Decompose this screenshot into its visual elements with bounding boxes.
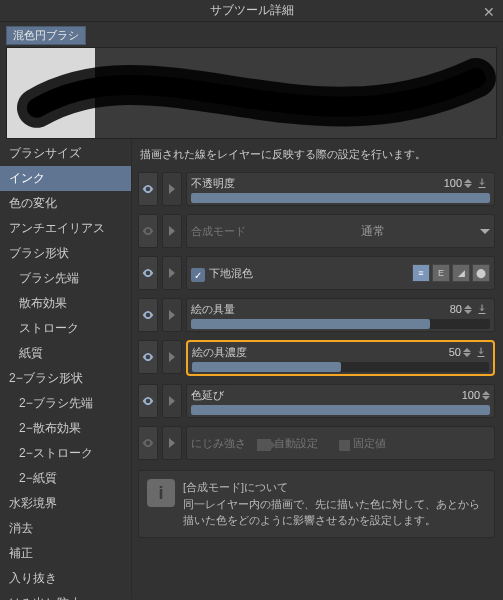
- param-blend-mode[interactable]: 合成モード 通常: [186, 214, 495, 248]
- paint-amount-value: 80: [450, 303, 462, 315]
- title-bar: サブツール詳細 ✕: [0, 0, 503, 22]
- sidebar-item-overflow-prevent[interactable]: はみ出し防止: [0, 591, 131, 600]
- dynamics-toggle[interactable]: [162, 340, 182, 374]
- paint-density-value: 50: [449, 346, 461, 358]
- blend-value: 通常: [266, 223, 480, 240]
- paint-amount-label: 絵の具量: [191, 302, 450, 317]
- dynamics-toggle[interactable]: [162, 384, 182, 418]
- param-opacity[interactable]: 不透明度 100: [186, 172, 495, 206]
- auto-flag-icon[interactable]: [257, 439, 271, 451]
- main-panel: 描画された線をレイヤーに反映する際の設定を行います。 不透明度 100 合成モー…: [132, 139, 503, 599]
- param-paint-density[interactable]: 絵の具濃度 50: [186, 340, 495, 376]
- mix-mode-3[interactable]: ◢: [452, 264, 470, 282]
- visibility-toggle[interactable]: [138, 172, 158, 206]
- dynamics-toggle[interactable]: [162, 426, 182, 460]
- sidebar-item-brush-shape-2[interactable]: 2−ブラシ形状: [0, 366, 131, 391]
- sidebar-item-antialias[interactable]: アンチエイリアス: [0, 216, 131, 241]
- panel-description: 描画された線をレイヤーに反映する際の設定を行います。: [140, 147, 495, 162]
- visibility-toggle[interactable]: [138, 384, 158, 418]
- blur-label: にじみ強さ: [191, 436, 246, 451]
- row-paint-amount: 絵の具量 80: [138, 298, 495, 332]
- spinner-icon[interactable]: [482, 391, 490, 400]
- sidebar-item-watercolor-edge[interactable]: 水彩境界: [0, 491, 131, 516]
- spinner-icon[interactable]: [463, 348, 471, 357]
- sidebar-item-stroke[interactable]: ストローク: [0, 316, 131, 341]
- sidebar-item-paper[interactable]: 紙質: [0, 341, 131, 366]
- mix-checkbox[interactable]: [191, 268, 205, 282]
- info-box: i [合成モード]について 同一レイヤー内の描画で、先に描いた色に対して、あとか…: [138, 470, 495, 538]
- row-paint-density: 絵の具濃度 50: [138, 340, 495, 376]
- blur-fixed-label: 固定値: [353, 436, 386, 451]
- info-text: [合成モード]について 同一レイヤー内の描画で、先に描いた色に対して、あとから描…: [183, 479, 486, 529]
- row-mix: 下地混色 ≡ E ◢ ⬤: [138, 256, 495, 290]
- visibility-toggle[interactable]: [138, 340, 158, 374]
- visibility-toggle[interactable]: [138, 426, 158, 460]
- sidebar-item-erase[interactable]: 消去: [0, 516, 131, 541]
- paint-density-label: 絵の具濃度: [192, 345, 449, 360]
- spinner-icon[interactable]: [464, 179, 472, 188]
- tool-tag[interactable]: 混色円ブラシ: [6, 26, 86, 45]
- paint-density-slider[interactable]: [192, 362, 489, 372]
- visibility-toggle[interactable]: [138, 256, 158, 290]
- dynamics-toggle[interactable]: [162, 214, 182, 248]
- param-color-stretch[interactable]: 色延び 100: [186, 384, 495, 418]
- sidebar-item-brush-tip[interactable]: ブラシ先端: [0, 266, 131, 291]
- dynamics-icon[interactable]: [473, 344, 489, 360]
- sidebar-item-brush-tip-2[interactable]: 2−ブラシ先端: [0, 391, 131, 416]
- opacity-slider[interactable]: [191, 193, 490, 203]
- info-icon: i: [147, 479, 175, 507]
- sidebar-item-paper-2[interactable]: 2−紙質: [0, 466, 131, 491]
- tool-tag-row: 混色円ブラシ: [0, 22, 503, 47]
- opacity-label: 不透明度: [191, 176, 444, 191]
- dynamics-icon[interactable]: [474, 175, 490, 191]
- row-color-stretch: 色延び 100: [138, 384, 495, 418]
- row-blur: にじみ強さ 自動設定 固定値: [138, 426, 495, 460]
- row-blend-mode: 合成モード 通常: [138, 214, 495, 248]
- window-title: サブツール詳細: [210, 2, 294, 19]
- blend-label: 合成モード: [191, 224, 246, 239]
- param-blur-strength: にじみ強さ 自動設定 固定値: [186, 426, 495, 460]
- color-stretch-value: 100: [462, 389, 480, 401]
- blend-dropdown[interactable]: 通常: [266, 223, 490, 240]
- visibility-toggle[interactable]: [138, 214, 158, 248]
- chevron-down-icon: [480, 229, 490, 234]
- dynamics-toggle[interactable]: [162, 298, 182, 332]
- sidebar-item-scatter[interactable]: 散布効果: [0, 291, 131, 316]
- row-opacity: 不透明度 100: [138, 172, 495, 206]
- info-title: [合成モード]について: [183, 479, 486, 496]
- color-stretch-slider[interactable]: [191, 405, 490, 415]
- spinner-icon[interactable]: [464, 305, 472, 314]
- param-paint-amount[interactable]: 絵の具量 80: [186, 298, 495, 332]
- info-body: 同一レイヤー内の描画で、先に描いた色に対して、あとから描いた色をどのように影響さ…: [183, 496, 486, 529]
- color-stretch-label: 色延び: [191, 388, 462, 403]
- sidebar-item-color-change[interactable]: 色の変化: [0, 191, 131, 216]
- sidebar-item-brush-size[interactable]: ブラシサイズ: [0, 141, 131, 166]
- mix-mode-buttons: ≡ E ◢ ⬤: [412, 264, 490, 282]
- dynamics-toggle[interactable]: [162, 256, 182, 290]
- param-mix: 下地混色 ≡ E ◢ ⬤: [186, 256, 495, 290]
- sidebar-item-stroke-2[interactable]: 2−ストローク: [0, 441, 131, 466]
- opacity-value: 100: [444, 177, 462, 189]
- sidebar-item-brush-shape[interactable]: ブラシ形状: [0, 241, 131, 266]
- dynamics-icon[interactable]: [474, 301, 490, 317]
- mix-label: 下地混色: [209, 266, 412, 281]
- sidebar-item-taper[interactable]: 入り抜き: [0, 566, 131, 591]
- sidebar-item-scatter-2[interactable]: 2−散布効果: [0, 416, 131, 441]
- brush-preview: [6, 47, 497, 139]
- mix-mode-4[interactable]: ⬤: [472, 264, 490, 282]
- blur-auto-label: 自動設定: [274, 436, 318, 451]
- sidebar-item-correction[interactable]: 補正: [0, 541, 131, 566]
- close-icon[interactable]: ✕: [483, 4, 495, 20]
- paint-amount-slider[interactable]: [191, 319, 490, 329]
- visibility-toggle[interactable]: [138, 298, 158, 332]
- mix-mode-2[interactable]: E: [432, 264, 450, 282]
- fixed-flag-icon[interactable]: [339, 440, 350, 451]
- category-sidebar: ブラシサイズ インク 色の変化 アンチエイリアス ブラシ形状 ブラシ先端 散布効…: [0, 139, 132, 599]
- dynamics-toggle[interactable]: [162, 172, 182, 206]
- sidebar-item-ink[interactable]: インク: [0, 166, 131, 191]
- mix-mode-1[interactable]: ≡: [412, 264, 430, 282]
